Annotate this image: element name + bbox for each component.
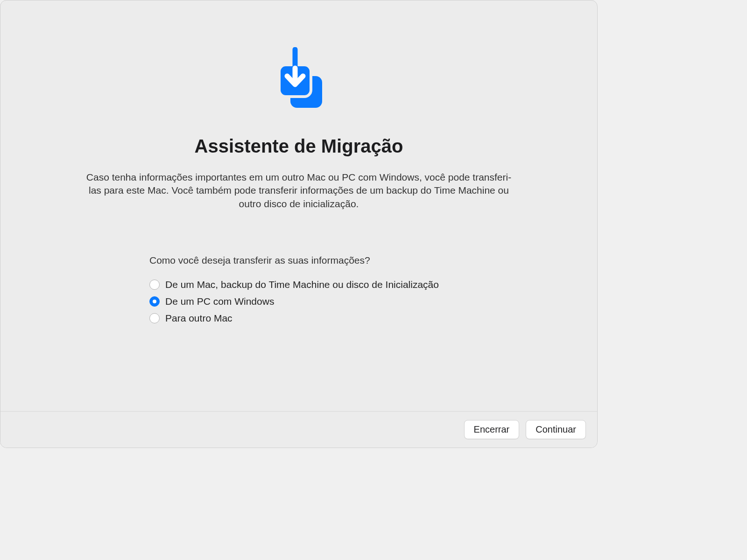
option-from-pc[interactable]: De um PC com Windows bbox=[149, 296, 448, 307]
transfer-options-group: De um Mac, backup do Time Machine ou dis… bbox=[149, 279, 448, 324]
migration-assistant-window: Assistente de Migração Caso tenha inform… bbox=[0, 0, 598, 448]
continue-button[interactable]: Continuar bbox=[526, 420, 586, 439]
footer-bar: Encerrar Continuar bbox=[0, 411, 597, 448]
page-description: Caso tenha informações importantes em um… bbox=[65, 171, 532, 210]
option-to-other-mac-label: Para outro Mac bbox=[165, 313, 233, 324]
radio-to-other-mac[interactable] bbox=[149, 313, 160, 323]
main-content: Assistente de Migração Caso tenha inform… bbox=[0, 0, 597, 411]
radio-from-mac[interactable] bbox=[149, 280, 160, 290]
migration-icon bbox=[271, 47, 327, 122]
quit-button[interactable]: Encerrar bbox=[464, 420, 520, 439]
radio-from-pc[interactable] bbox=[149, 296, 160, 307]
transfer-question: Como você deseja transferir as suas info… bbox=[149, 255, 448, 266]
option-from-pc-label: De um PC com Windows bbox=[165, 296, 274, 307]
option-to-other-mac[interactable]: Para outro Mac bbox=[149, 313, 448, 324]
option-from-mac-label: De um Mac, backup do Time Machine ou dis… bbox=[165, 279, 439, 290]
option-from-mac[interactable]: De um Mac, backup do Time Machine ou dis… bbox=[149, 279, 448, 290]
page-title: Assistente de Migração bbox=[195, 136, 403, 157]
